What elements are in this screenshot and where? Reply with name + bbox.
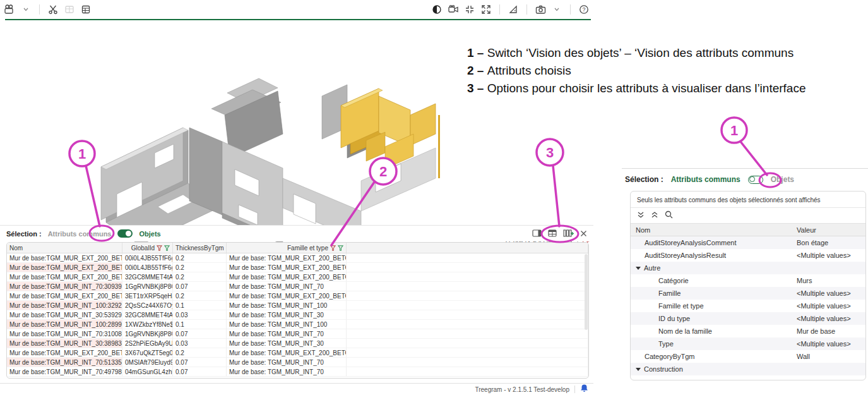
column-header-valeur[interactable]: Valeur: [792, 224, 865, 236]
attribute-group-row[interactable]: Autre: [631, 262, 865, 274]
table-row[interactable]: Mur de base:TGM_MUR_INT_70:49798604mGSun…: [7, 367, 588, 377]
table-row[interactable]: Mur de base:TGM_MUR_INT_30:53929132GC8MM…: [7, 310, 588, 320]
attribute-row[interactable]: Famille<Multiple values>: [631, 287, 865, 300]
attribute-value: Wall: [792, 350, 865, 363]
cell-nom: Mur de base:TGM_MUR_EXT_200_BETON:279338: [7, 348, 122, 358]
attribute-object-view-toggle[interactable]: [117, 229, 133, 238]
table-settings-icon[interactable]: [548, 228, 557, 240]
column-header-nom[interactable]: Nom: [631, 224, 792, 236]
attribute-name: Famille et type: [631, 300, 792, 312]
table-scrollbar[interactable]: [585, 254, 588, 330]
sphere-view-icon[interactable]: [431, 4, 443, 15]
column-header-globalid[interactable]: GlobalId: [122, 243, 173, 253]
attributes-table-header: Nom Valeur: [631, 224, 865, 236]
caret-down-icon[interactable]: [636, 267, 641, 270]
table-row[interactable]: Mur de base:TGM_MUR_INT_100:3292292QsSCz…: [7, 301, 588, 310]
cell-fam: Mur de base: TGM_MUR_INT_70: [227, 367, 347, 377]
chevron-down-icon[interactable]: [551, 4, 562, 15]
tab-attributs-communs[interactable]: Attributs communs: [671, 175, 740, 184]
cell-gid: 32GC8MMET4tAU_X...: [122, 310, 173, 320]
cell-nom: Mur de base:TGM_MUR_INT_100:289961: [7, 320, 122, 329]
cell-th: 0.07: [173, 358, 227, 367]
chevron-down-icon[interactable]: [20, 4, 32, 15]
cell-gid: 00i0L4JB55TfF6gXtB6...: [122, 253, 173, 263]
panel-layout-icon[interactable]: [532, 228, 542, 240]
attribute-row[interactable]: Type<Multiple values>: [631, 337, 865, 350]
filter-green-icon: [338, 245, 343, 251]
notifications-bell-icon[interactable]: [580, 384, 588, 395]
table-row[interactable]: Mur de base:TGM_MUR_EXT_200_BETON:294314…: [7, 291, 588, 301]
cell-nom: Mur de base:TGM_MUR_EXT_200_BETON:294314: [7, 291, 122, 301]
attribute-row[interactable]: CatégorieMurs: [631, 274, 865, 287]
attribute-row[interactable]: CategoryByTgmWall: [631, 350, 865, 363]
cell-gid: 1XWZkbzYf8Ne$vT8...: [122, 320, 173, 329]
table-row[interactable]: Mur de base:TGM_MUR_EXT_200_BETON:279338…: [7, 348, 588, 358]
column-header-famille[interactable]: Famille et type: [227, 243, 347, 253]
tab-objets[interactable]: Objets: [771, 175, 794, 184]
measure-icon[interactable]: [508, 4, 519, 15]
cell-empty: [347, 367, 588, 377]
table-row[interactable]: Mur de base:TGM_MUR_INT_100:2899611XWZkb…: [7, 320, 588, 329]
caret-down-icon[interactable]: [636, 368, 641, 371]
cell-th: 0.07: [173, 329, 227, 339]
column-header-nom[interactable]: Nom: [7, 243, 122, 253]
attribute-row[interactable]: AuditStoreyAnalysisCommentBon étage: [631, 236, 865, 249]
cut-icon[interactable]: [47, 4, 59, 15]
toolbar-accent-rule: [5, 19, 591, 20]
attribute-row[interactable]: Famille et type<Multiple values>: [631, 300, 865, 312]
expand-all-icon[interactable]: [651, 210, 658, 221]
table-row[interactable]: Mur de base:TGM_MUR_INT_70:3093921GgRVNB…: [7, 282, 588, 291]
table-row[interactable]: Mur de base:TGM_MUR_EXT_200_BETON:536297…: [7, 272, 588, 282]
camera-view-icon[interactable]: [448, 4, 459, 15]
table-row[interactable]: Mur de base:TGM_MUR_INT_70:3100801GgRVNB…: [7, 329, 588, 339]
attribute-value: Bon étage: [792, 236, 865, 249]
add-column-icon[interactable]: [563, 228, 574, 240]
divider: [622, 168, 868, 169]
divider: [499, 4, 500, 15]
cell-fam: Mur de base: TGM_MUR_EXT_200_BETON: [227, 263, 347, 272]
collapse-all-icon[interactable]: [637, 210, 645, 221]
attribute-name: Nom de la famille: [631, 325, 792, 337]
attribute-row[interactable]: AuditStoreyAnalysisResult<Multiple value…: [631, 249, 865, 262]
cell-empty: [347, 301, 588, 310]
attribute-value: <Multiple values>: [792, 249, 865, 262]
table-row[interactable]: Mur de base:TGM_MUR_EXT_200_BETON:280817…: [7, 253, 588, 263]
attribute-value: <Multiple values>: [792, 337, 865, 350]
tab-objets[interactable]: Objets: [139, 230, 160, 238]
cell-th: 0.03: [173, 310, 227, 320]
cell-fam: Mur de base: TGM_MUR_EXT_200_BETON: [227, 348, 347, 358]
table-row[interactable]: Mur de base:TGM_MUR_INT_70:5133560MSIAft…: [7, 358, 588, 367]
storey-table-icon[interactable]: [80, 4, 92, 15]
attribute-row[interactable]: ID du type<Multiple values>: [631, 312, 865, 325]
attribute-name: AuditStoreyAnalysisComment: [631, 236, 792, 249]
cell-fam: Mur de base: TGM_MUR_INT_100: [227, 320, 347, 329]
app-version-label: Treegram - v 2.1.5.1 Test-develop: [475, 386, 569, 393]
help-icon[interactable]: ?: [578, 4, 590, 15]
svg-text:?: ?: [582, 6, 585, 13]
cell-fam: Mur de base: TGM_MUR_EXT_200_BETON: [227, 253, 347, 263]
note-line: 2 – Attributs choisis: [467, 62, 868, 80]
attribute-name: Autre: [631, 262, 792, 274]
cell-fam: Mur de base: TGM_MUR_INT_30: [227, 310, 347, 320]
search-icon[interactable]: [665, 210, 673, 221]
cell-empty: [347, 253, 588, 263]
building-model: [69, 52, 518, 245]
attribute-object-view-toggle[interactable]: [748, 176, 763, 184]
table-row[interactable]: Mur de base:TGM_MUR_EXT_200_BETON:281325…: [7, 263, 588, 272]
badge-1-right: 1: [730, 123, 738, 138]
tab-attributs-communs[interactable]: Attributs communs: [48, 230, 112, 238]
attribute-name: ID du type: [631, 312, 792, 325]
attribute-row[interactable]: Nom de la familleMur de base: [631, 325, 865, 337]
cell-empty: [347, 291, 588, 301]
cell-empty: [347, 263, 588, 272]
expand-view-icon[interactable]: [480, 4, 492, 15]
close-icon[interactable]: [580, 228, 587, 240]
screenshot-icon[interactable]: [535, 4, 546, 15]
view-mode-icon[interactable]: [4, 4, 15, 15]
column-header-thickness[interactable]: ThicknessByTgm: [173, 243, 227, 253]
attribute-value: <Multiple values>: [792, 287, 865, 300]
attribute-group-row[interactable]: Construction: [631, 363, 865, 375]
table-row[interactable]: Mur de base:TGM_MUR_INT_30:3898342S2hPiE…: [7, 339, 588, 348]
zoom-fit-icon[interactable]: [464, 4, 475, 15]
cell-fam: Mur de base: TGM_MUR_INT_70: [227, 329, 347, 339]
